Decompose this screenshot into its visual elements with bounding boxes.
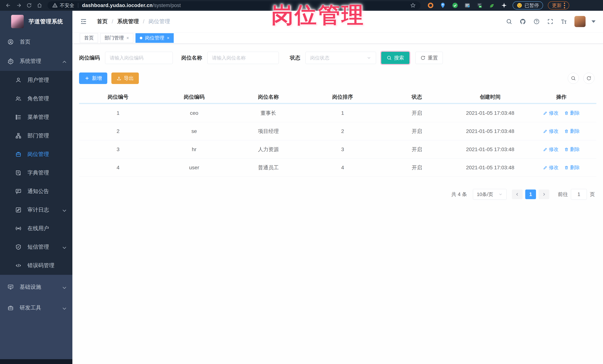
extension-pinwheel-icon[interactable] bbox=[500, 2, 508, 9]
next-page-button[interactable] bbox=[539, 189, 549, 199]
sidebar-item-users[interactable]: 用户管理 bbox=[0, 71, 72, 89]
delete-link[interactable]: 删除 bbox=[564, 146, 580, 153]
sidebar-item-roles[interactable]: 角色管理 bbox=[0, 89, 72, 108]
refresh-table-button[interactable] bbox=[583, 73, 594, 84]
address-bar[interactable]: 不安全 dashboard.yudao.iocoder.cn/system/po… bbox=[47, 1, 421, 10]
column-header: 创建时间 bbox=[454, 93, 526, 100]
cell-post-sort: 1 bbox=[305, 110, 380, 116]
page-size-select[interactable]: 10条/页 bbox=[473, 189, 507, 200]
close-icon[interactable]: × bbox=[126, 36, 129, 40]
message-icon bbox=[15, 188, 22, 195]
page-header: 首页 / 系统管理 / 岗位管理 bbox=[72, 11, 603, 33]
sidebar-item-label: 系统管理 bbox=[20, 57, 41, 65]
monitor-icon bbox=[7, 284, 14, 291]
close-icon[interactable]: × bbox=[167, 36, 169, 40]
sidebar-item-sms[interactable]: 短信管理 bbox=[0, 238, 72, 256]
sidebar-item-announcements[interactable]: 通知公告 bbox=[0, 182, 72, 201]
bookmark-star-icon[interactable] bbox=[410, 3, 416, 8]
extension-green-check-icon[interactable] bbox=[451, 2, 459, 9]
breadcrumb-home[interactable]: 首页 bbox=[97, 18, 108, 25]
tab-home[interactable]: 首页 bbox=[80, 33, 98, 43]
chevron-down-icon bbox=[61, 245, 66, 249]
refresh-icon bbox=[420, 55, 426, 60]
org-tree-icon bbox=[15, 132, 22, 139]
page-number-button[interactable]: 1 bbox=[525, 189, 536, 199]
extension-leaf-icon[interactable] bbox=[488, 2, 496, 9]
extension-puzzle-icon[interactable] bbox=[464, 2, 471, 9]
breadcrumb-separator: / bbox=[143, 19, 144, 25]
help-icon[interactable] bbox=[533, 18, 540, 25]
browser-back-icon[interactable] bbox=[4, 1, 13, 10]
avatar-caret-down-icon[interactable] bbox=[591, 20, 596, 23]
table-header-row: 岗位编号 岗位编码 岗位名称 岗位排序 状态 创建时间 操作 bbox=[79, 91, 596, 104]
update-chip[interactable]: 更新 bbox=[548, 1, 569, 10]
sidebar-item-error-codes[interactable]: 错误码管理 bbox=[0, 256, 72, 275]
export-button[interactable]: 导出 bbox=[111, 73, 139, 84]
security-label[interactable]: 不安全 bbox=[60, 2, 74, 9]
header-actions bbox=[506, 16, 596, 27]
search-icon[interactable] bbox=[506, 18, 512, 25]
browser-forward-icon[interactable] bbox=[14, 1, 23, 10]
extension-location-pin-icon[interactable] bbox=[439, 2, 447, 9]
sidebar-item-infrastructure[interactable]: 基础设施 bbox=[0, 277, 72, 298]
fullscreen-icon[interactable] bbox=[547, 18, 554, 25]
delete-link[interactable]: 删除 bbox=[564, 128, 580, 134]
post-code-input[interactable] bbox=[105, 52, 173, 64]
add-button[interactable]: 新增 bbox=[79, 73, 107, 84]
tab-posts[interactable]: 岗位管理 × bbox=[136, 33, 174, 43]
search-button[interactable]: 搜索 bbox=[381, 52, 409, 64]
plus-icon bbox=[84, 76, 90, 81]
sidebar-item-posts[interactable]: 岗位管理 bbox=[0, 145, 72, 164]
status-select[interactable]: 岗位状态 bbox=[305, 52, 376, 64]
cell-post-sort: 2 bbox=[305, 128, 380, 134]
smiley-emoji-icon bbox=[517, 3, 522, 8]
github-icon[interactable] bbox=[520, 18, 526, 25]
browser-reload-icon[interactable] bbox=[25, 1, 34, 10]
browser-menu-kebab-icon[interactable] bbox=[564, 3, 565, 8]
url-host: dashboard.yudao.iocoder.cn bbox=[82, 3, 153, 8]
edit-link[interactable]: 修改 bbox=[543, 164, 559, 171]
breadcrumb: 首页 / 系统管理 / 岗位管理 bbox=[97, 18, 170, 25]
edit-link[interactable]: 修改 bbox=[543, 110, 559, 116]
extension-tag-manager-icon[interactable] bbox=[476, 2, 483, 9]
post-name-input[interactable] bbox=[207, 52, 279, 64]
reset-button[interactable]: 重置 bbox=[415, 52, 443, 64]
active-tab-dot bbox=[140, 37, 142, 39]
browser-home-icon[interactable] bbox=[35, 1, 44, 10]
goto-page-input[interactable] bbox=[571, 189, 587, 200]
cell-post-code: ceo bbox=[157, 110, 231, 116]
user-icon bbox=[15, 77, 22, 84]
cell-post-id: 1 bbox=[79, 110, 157, 116]
sidebar-item-online-users[interactable]: 在线用户 bbox=[0, 219, 72, 238]
edit-link[interactable]: 修改 bbox=[543, 146, 559, 153]
cell-post-status: 开启 bbox=[380, 128, 454, 135]
extension-orange-ring-icon[interactable] bbox=[427, 2, 434, 9]
sidebar-item-dictionary[interactable]: 字典管理 bbox=[0, 164, 72, 182]
prev-page-button[interactable] bbox=[512, 189, 523, 199]
search-icon bbox=[387, 55, 392, 60]
trash-icon bbox=[564, 147, 569, 152]
sidebar-item-departments[interactable]: 部门管理 bbox=[0, 126, 72, 145]
sidebar-item-menus[interactable]: 菜单管理 bbox=[0, 108, 72, 126]
delete-link[interactable]: 删除 bbox=[564, 110, 580, 116]
sidebar-collapse-icon[interactable] bbox=[80, 18, 87, 25]
cell-post-sort: 4 bbox=[305, 165, 380, 171]
sidebar-item-home[interactable]: 首页 bbox=[0, 32, 72, 52]
user-avatar[interactable] bbox=[574, 16, 586, 27]
sidebar-item-label: 错误码管理 bbox=[27, 262, 54, 269]
sidebar-item-audit-log[interactable]: 审计日志 bbox=[0, 201, 72, 219]
home-icon bbox=[7, 38, 14, 45]
chevron-up-icon bbox=[61, 59, 66, 64]
breadcrumb-system[interactable]: 系统管理 bbox=[117, 18, 139, 25]
toggle-search-button[interactable] bbox=[568, 73, 579, 84]
sidebar-item-label: 字典管理 bbox=[27, 169, 49, 176]
delete-link[interactable]: 删除 bbox=[564, 164, 580, 171]
paused-chip[interactable]: 已暂停 bbox=[513, 1, 543, 10]
font-size-icon[interactable] bbox=[561, 18, 567, 25]
sidebar-item-dev-tools[interactable]: 研发工具 bbox=[0, 298, 72, 318]
app-logo-row[interactable]: 芋道管理系统 bbox=[0, 11, 72, 32]
tab-departments[interactable]: 部门管理 × bbox=[100, 33, 133, 43]
sidebar-item-label: 岗位管理 bbox=[27, 151, 49, 158]
edit-link[interactable]: 修改 bbox=[543, 128, 559, 134]
sidebar-item-system[interactable]: 系统管理 bbox=[0, 52, 72, 71]
